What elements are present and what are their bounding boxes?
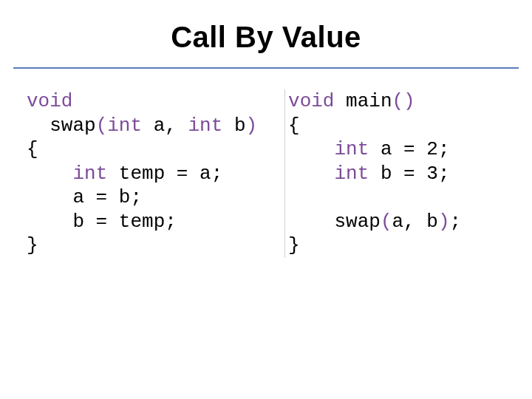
keyword-token: int (334, 138, 369, 160)
keyword-token: void (27, 90, 72, 112)
code-block-main: void main() { int a = 2; int b = 3; swap… (288, 89, 505, 258)
slide-title: Call By Value (13, 21, 519, 69)
paren-token: ( (381, 211, 392, 233)
paren-token: ) (246, 115, 258, 137)
code-block-swap: void swap(int a, int b) { int temp = a; … (27, 89, 282, 258)
code-columns: void swap(int a, int b) { int temp = a; … (0, 89, 532, 258)
keyword-token: int (334, 163, 369, 185)
paren-token: () (392, 90, 415, 112)
keyword-token: int (107, 115, 142, 137)
slide: Call By Value void swap(int a, int b) { … (0, 0, 532, 399)
keyword-token: int (72, 163, 107, 185)
keyword-token: int (188, 115, 222, 137)
keyword-token: void (288, 90, 334, 112)
paren-token: ) (438, 211, 450, 233)
column-divider (284, 89, 285, 258)
paren-token: ( (96, 115, 108, 137)
